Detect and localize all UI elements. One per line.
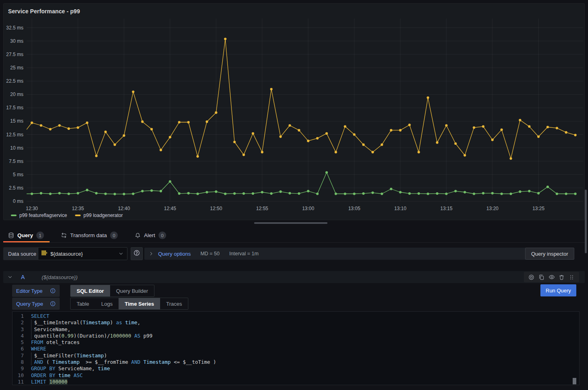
query-header[interactable]: A (${datasource}) [3, 271, 585, 283]
svg-text:15 ms: 15 ms [10, 118, 23, 124]
svg-text:12:45: 12:45 [164, 206, 176, 211]
editor-type-segmented: SQL EditorQuery Builder [70, 285, 154, 297]
legend-label: p99 featureflagservice [19, 213, 67, 218]
toggle-visibility-icon[interactable] [546, 272, 557, 282]
tab-alert[interactable]: Alert 0 [130, 228, 172, 242]
sql-line-3: 3 ServiceName, [13, 326, 579, 333]
svg-text:12:30: 12:30 [26, 206, 38, 211]
remove-query-icon[interactable] [557, 272, 567, 282]
svg-text:25 ms: 25 ms [10, 65, 23, 71]
sql-line-4: 4 quantile(0.99)(Duration)/1000000 AS p9… [13, 333, 579, 339]
line-content: FROM otel_traces [31, 339, 79, 346]
editor-type-option-sql-editor[interactable]: SQL Editor [71, 285, 110, 296]
sql-line-1: 1SELECT [13, 313, 579, 319]
line-content: ServiceName, [31, 326, 71, 333]
svg-text:13:00: 13:00 [302, 206, 314, 211]
chevron-right-icon [148, 251, 154, 257]
help-circle-icon [133, 250, 140, 258]
query-options-md: MD = 50 [200, 251, 220, 257]
sql-line-2: 2 $__timeInterval(Timestamp) as time, [13, 319, 579, 326]
line-content: quantile(0.99)(Duration)/1000000 AS p99 [31, 333, 152, 339]
line-content: $__timeFilter(Timestamp) [31, 352, 107, 359]
svg-text:22.5 ms: 22.5 ms [6, 78, 23, 84]
tab-label: Transform data [70, 232, 107, 238]
line-content: GROUP BY ServiceName, time [31, 365, 110, 372]
legend-item-p99-loadgenerator[interactable]: p99 loadgenerator [75, 213, 123, 218]
tab-count-badge: 1 [36, 231, 44, 239]
tab-count-badge: 0 [158, 231, 166, 239]
svg-text:13:05: 13:05 [348, 206, 360, 211]
line-content: SELECT [31, 313, 49, 319]
horizontal-scrollbar[interactable] [254, 222, 327, 224]
collapse-chevron-icon[interactable] [7, 274, 13, 280]
line-number: 2 [13, 319, 24, 326]
line-content: $__timeInterval(Timestamp) as time, [31, 319, 140, 326]
query-type-row: Query Type TableLogsTime SeriesTraces [12, 298, 60, 310]
query-type-segmented: TableLogsTime SeriesTraces [70, 298, 188, 310]
clickhouse-logo-icon [42, 250, 47, 257]
drag-handle-icon[interactable] [567, 272, 577, 282]
line-number: 10 [13, 372, 24, 379]
legend-swatch [11, 215, 17, 216]
query-inspector-button[interactable]: Query inspector [525, 248, 574, 260]
tab-query[interactable]: Query 1 [3, 228, 50, 242]
query-type-option-logs[interactable]: Logs [95, 298, 119, 309]
query-actions-toolbar [524, 272, 579, 282]
transform-icon [61, 232, 67, 238]
line-content: LIMIT 100000 [31, 379, 67, 385]
svg-text:0 ms: 0 ms [13, 198, 23, 204]
tab-transform-data[interactable]: Transform data 0 [56, 228, 123, 242]
line-content: WHERE [31, 346, 46, 352]
tab-count-badge: 0 [110, 231, 118, 239]
vertical-scrollbar[interactable] [585, 190, 587, 253]
sql-line-11: 11LIMIT 100000 [13, 379, 579, 385]
legend-item-p99-featureflagservice[interactable]: p99 featureflagservice [11, 213, 67, 218]
editor-type-row: Editor Type SQL EditorQuery Builder [12, 285, 60, 297]
svg-text:10 ms: 10 ms [10, 145, 23, 151]
timeseries-chart[interactable]: 0 ms2.5 ms5 ms7.5 ms10 ms12.5 ms15 ms17.… [4, 4, 584, 217]
datasource-row: Data source ${datasource} Query options … [3, 247, 585, 260]
line-number: 9 [13, 365, 24, 372]
sql-line-6: 6WHERE [13, 346, 579, 352]
info-circle-icon[interactable] [50, 301, 56, 307]
svg-text:13:15: 13:15 [440, 206, 452, 211]
query-type-option-table[interactable]: Table [71, 298, 95, 309]
svg-text:12:50: 12:50 [210, 206, 222, 211]
sql-line-7: 7 $__timeFilter(Timestamp) [13, 352, 579, 359]
svg-text:27.5 ms: 27.5 ms [6, 52, 23, 57]
query-options-link[interactable]: Query options [158, 251, 191, 257]
svg-text:17.5 ms: 17.5 ms [6, 105, 23, 111]
run-query-button[interactable]: Run Query [540, 284, 576, 296]
tab-label: Query [17, 232, 33, 238]
query-ref-id[interactable]: A [21, 274, 25, 280]
line-content: AND ( Timestamp >= $__fromTime AND Times… [31, 359, 216, 365]
line-number: 5 [13, 339, 24, 346]
line-number: 6 [13, 346, 24, 352]
line-number: 8 [13, 359, 24, 365]
datasource-help-button[interactable] [131, 247, 143, 260]
svg-text:32.5 ms: 32.5 ms [6, 25, 23, 31]
disable-query-icon[interactable] [526, 272, 536, 282]
editor-type-option-query-builder[interactable]: Query Builder [110, 285, 154, 296]
line-number: 4 [13, 333, 24, 339]
sql-line-10: 10ORDER BY time ASC [13, 372, 579, 379]
sql-code-editor[interactable]: 1SELECT2 $__timeInterval(Timestamp) as t… [12, 311, 580, 385]
info-circle-icon[interactable] [50, 288, 56, 294]
svg-text:12:55: 12:55 [256, 206, 268, 211]
query-type-label-chip: Query Type [12, 298, 60, 310]
query-options-strip[interactable]: Query options MD = 50 Interval = 1m [144, 248, 526, 260]
sql-line-8: 8 AND ( Timestamp >= $__fromTime AND Tim… [13, 359, 579, 365]
svg-text:13:25: 13:25 [532, 206, 544, 211]
query-options-interval: Interval = 1m [229, 251, 259, 257]
query-type-option-time-series[interactable]: Time Series [119, 298, 160, 309]
line-number: 3 [13, 326, 24, 333]
query-type-option-traces[interactable]: Traces [160, 298, 188, 309]
datasource-picker[interactable]: ${datasource} [38, 247, 127, 260]
sql-line-9: 9GROUP BY ServiceName, time [13, 365, 579, 372]
svg-text:12:35: 12:35 [72, 206, 84, 211]
editor-type-label: Editor Type [16, 288, 43, 294]
line-number: 1 [13, 313, 24, 319]
line-number: 11 [13, 379, 24, 385]
duplicate-query-icon[interactable] [536, 272, 546, 282]
legend-swatch [75, 215, 81, 216]
